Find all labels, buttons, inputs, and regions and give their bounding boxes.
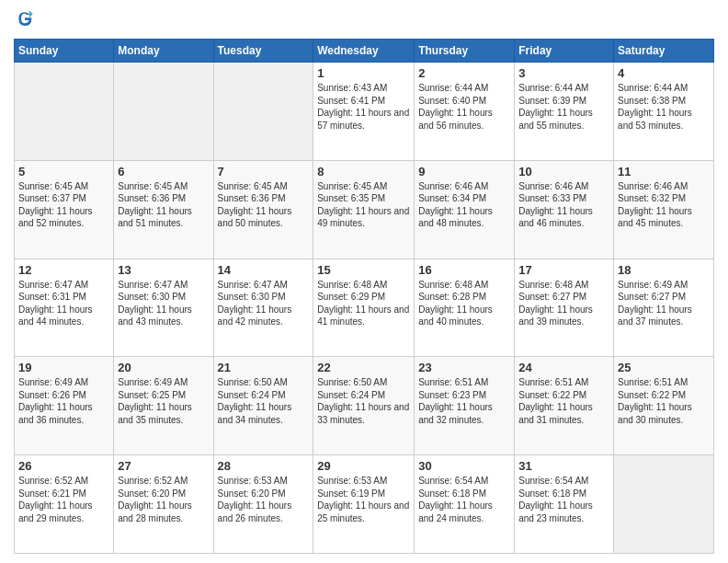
calendar-cell: 1Sunrise: 6:43 AM Sunset: 6:41 PM Daylig… — [313, 63, 415, 161]
day-info: Sunrise: 6:45 AM Sunset: 6:36 PM Dayligh… — [118, 180, 209, 230]
calendar-cell: 22Sunrise: 6:50 AM Sunset: 6:24 PM Dayli… — [313, 357, 415, 455]
calendar-cell: 9Sunrise: 6:46 AM Sunset: 6:34 PM Daylig… — [415, 160, 515, 259]
day-of-week-header: Sunday — [15, 40, 114, 63]
day-info: Sunrise: 6:52 AM Sunset: 6:21 PM Dayligh… — [18, 475, 109, 524]
day-of-week-header: Monday — [114, 40, 213, 63]
header — [14, 9, 714, 31]
calendar-cell — [114, 63, 213, 161]
calendar-cell: 27Sunrise: 6:52 AM Sunset: 6:20 PM Dayli… — [114, 455, 213, 554]
calendar-cell: 29Sunrise: 6:53 AM Sunset: 6:19 PM Dayli… — [313, 455, 415, 554]
calendar-cell: 25Sunrise: 6:51 AM Sunset: 6:22 PM Dayli… — [614, 357, 714, 455]
logo-icon — [16, 9, 34, 28]
calendar-header-row: SundayMondayTuesdayWednesdayThursdayFrid… — [15, 40, 714, 63]
day-info: Sunrise: 6:44 AM Sunset: 6:39 PM Dayligh… — [518, 82, 609, 132]
day-info: Sunrise: 6:49 AM Sunset: 6:26 PM Dayligh… — [18, 376, 109, 426]
calendar-cell: 30Sunrise: 6:54 AM Sunset: 6:18 PM Dayli… — [415, 455, 515, 554]
day-info: Sunrise: 6:51 AM Sunset: 6:22 PM Dayligh… — [518, 376, 609, 426]
day-number: 15 — [317, 263, 410, 277]
day-number: 25 — [618, 361, 710, 374]
day-number: 9 — [418, 165, 510, 178]
day-info: Sunrise: 6:47 AM Sunset: 6:30 PM Dayligh… — [218, 279, 310, 328]
calendar-week-row: 5Sunrise: 6:45 AM Sunset: 6:37 PM Daylig… — [15, 160, 714, 259]
day-number: 17 — [518, 263, 609, 277]
calendar-cell — [614, 455, 714, 554]
day-number: 22 — [317, 361, 410, 374]
day-number: 31 — [518, 459, 609, 473]
calendar-cell: 21Sunrise: 6:50 AM Sunset: 6:24 PM Dayli… — [213, 357, 313, 455]
calendar-table: SundayMondayTuesdayWednesdayThursdayFrid… — [14, 39, 714, 554]
day-info: Sunrise: 6:48 AM Sunset: 6:28 PM Dayligh… — [418, 279, 510, 328]
day-number: 21 — [218, 361, 310, 374]
day-number: 30 — [418, 459, 510, 473]
calendar-week-row: 12Sunrise: 6:47 AM Sunset: 6:31 PM Dayli… — [15, 259, 714, 357]
calendar-cell: 31Sunrise: 6:54 AM Sunset: 6:18 PM Dayli… — [515, 455, 614, 554]
calendar-week-row: 1Sunrise: 6:43 AM Sunset: 6:41 PM Daylig… — [15, 63, 714, 161]
calendar-week-row: 19Sunrise: 6:49 AM Sunset: 6:26 PM Dayli… — [15, 357, 714, 455]
day-info: Sunrise: 6:46 AM Sunset: 6:32 PM Dayligh… — [618, 180, 710, 230]
calendar-cell: 14Sunrise: 6:47 AM Sunset: 6:30 PM Dayli… — [213, 259, 313, 357]
day-of-week-header: Friday — [515, 40, 614, 63]
calendar-cell: 24Sunrise: 6:51 AM Sunset: 6:22 PM Dayli… — [515, 357, 614, 455]
calendar-cell: 10Sunrise: 6:46 AM Sunset: 6:33 PM Dayli… — [515, 160, 614, 259]
calendar-cell: 26Sunrise: 6:52 AM Sunset: 6:21 PM Dayli… — [15, 455, 114, 554]
day-number: 19 — [18, 361, 109, 374]
calendar-cell — [213, 63, 313, 161]
calendar-cell: 15Sunrise: 6:48 AM Sunset: 6:29 PM Dayli… — [313, 259, 415, 357]
day-number: 7 — [218, 165, 310, 178]
day-number: 8 — [317, 165, 410, 178]
day-info: Sunrise: 6:47 AM Sunset: 6:30 PM Dayligh… — [118, 279, 209, 328]
calendar-cell: 8Sunrise: 6:45 AM Sunset: 6:35 PM Daylig… — [313, 160, 415, 259]
day-number: 2 — [418, 66, 510, 80]
calendar-cell — [15, 63, 114, 161]
day-info: Sunrise: 6:50 AM Sunset: 6:24 PM Dayligh… — [317, 376, 410, 426]
day-info: Sunrise: 6:46 AM Sunset: 6:34 PM Dayligh… — [418, 180, 510, 230]
day-number: 16 — [418, 263, 510, 277]
day-number: 10 — [518, 165, 609, 178]
day-number: 20 — [118, 361, 209, 374]
day-of-week-header: Wednesday — [313, 40, 415, 63]
day-number: 11 — [618, 165, 710, 178]
day-info: Sunrise: 6:50 AM Sunset: 6:24 PM Dayligh… — [218, 376, 310, 426]
calendar-cell: 2Sunrise: 6:44 AM Sunset: 6:40 PM Daylig… — [415, 63, 515, 161]
day-number: 4 — [618, 66, 710, 80]
calendar-cell: 3Sunrise: 6:44 AM Sunset: 6:39 PM Daylig… — [515, 63, 614, 161]
day-info: Sunrise: 6:44 AM Sunset: 6:38 PM Dayligh… — [618, 82, 710, 132]
day-number: 13 — [118, 263, 209, 277]
day-info: Sunrise: 6:53 AM Sunset: 6:20 PM Dayligh… — [218, 475, 310, 524]
calendar-cell: 23Sunrise: 6:51 AM Sunset: 6:23 PM Dayli… — [415, 357, 515, 455]
day-info: Sunrise: 6:45 AM Sunset: 6:35 PM Dayligh… — [317, 180, 410, 230]
calendar-cell: 12Sunrise: 6:47 AM Sunset: 6:31 PM Dayli… — [15, 259, 114, 357]
day-of-week-header: Tuesday — [213, 40, 313, 63]
calendar-cell: 11Sunrise: 6:46 AM Sunset: 6:32 PM Dayli… — [614, 160, 714, 259]
day-number: 29 — [317, 459, 410, 473]
day-info: Sunrise: 6:47 AM Sunset: 6:31 PM Dayligh… — [18, 279, 109, 328]
day-info: Sunrise: 6:53 AM Sunset: 6:19 PM Dayligh… — [317, 475, 410, 524]
calendar-cell: 20Sunrise: 6:49 AM Sunset: 6:25 PM Dayli… — [114, 357, 213, 455]
calendar-cell: 5Sunrise: 6:45 AM Sunset: 6:37 PM Daylig… — [15, 160, 114, 259]
calendar-cell: 17Sunrise: 6:48 AM Sunset: 6:27 PM Dayli… — [515, 259, 614, 357]
day-info: Sunrise: 6:51 AM Sunset: 6:23 PM Dayligh… — [418, 376, 510, 426]
day-number: 1 — [317, 66, 410, 80]
day-number: 27 — [118, 459, 209, 473]
day-info: Sunrise: 6:54 AM Sunset: 6:18 PM Dayligh… — [518, 475, 609, 524]
day-number: 26 — [18, 459, 109, 473]
day-number: 18 — [618, 263, 710, 277]
day-info: Sunrise: 6:43 AM Sunset: 6:41 PM Dayligh… — [317, 82, 410, 132]
day-info: Sunrise: 6:45 AM Sunset: 6:36 PM Dayligh… — [218, 180, 310, 230]
day-info: Sunrise: 6:54 AM Sunset: 6:18 PM Dayligh… — [418, 475, 510, 524]
day-info: Sunrise: 6:51 AM Sunset: 6:22 PM Dayligh… — [618, 376, 710, 426]
calendar-cell: 13Sunrise: 6:47 AM Sunset: 6:30 PM Dayli… — [114, 259, 213, 357]
day-number: 12 — [18, 263, 109, 277]
page: SundayMondayTuesdayWednesdayThursdayFrid… — [0, 0, 728, 563]
day-number: 23 — [418, 361, 510, 374]
calendar-cell: 6Sunrise: 6:45 AM Sunset: 6:36 PM Daylig… — [114, 160, 213, 259]
day-number: 6 — [118, 165, 209, 178]
calendar-week-row: 26Sunrise: 6:52 AM Sunset: 6:21 PM Dayli… — [15, 455, 714, 554]
day-of-week-header: Thursday — [415, 40, 515, 63]
day-number: 14 — [218, 263, 310, 277]
day-number: 28 — [218, 459, 310, 473]
day-info: Sunrise: 6:46 AM Sunset: 6:33 PM Dayligh… — [518, 180, 609, 230]
day-number: 3 — [518, 66, 609, 80]
calendar-cell: 18Sunrise: 6:49 AM Sunset: 6:27 PM Dayli… — [614, 259, 714, 357]
day-info: Sunrise: 6:52 AM Sunset: 6:20 PM Dayligh… — [118, 475, 209, 524]
